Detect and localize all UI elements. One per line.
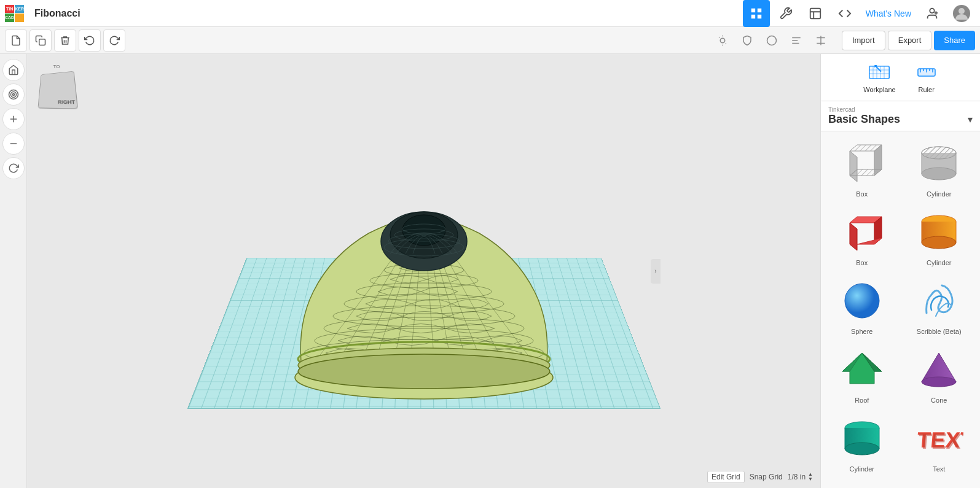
cylinder2-icon [834,414,890,463]
right-panel: Workplane Ruler Tinkercad [820,54,980,488]
ruler-icon [915,61,938,83]
zoom-in-btn[interactable] [2,108,25,130]
topbar-right: What's New [743,0,980,27]
svg-point-16 [767,36,776,45]
svg-point-75 [922,147,956,159]
panel-dropdown-arrow[interactable]: ▾ [968,114,973,125]
shape-scribble[interactable]: Scribble (Beta) [903,274,976,338]
gallery-btn[interactable] [802,0,829,27]
snap-value[interactable]: 1/8 in ▲ ▼ [788,472,813,482]
svg-point-84 [922,236,956,249]
shape-cone-label: Cone [931,397,947,404]
shape-cylinder-hole[interactable]: Cylinder [903,136,976,200]
shape-cylinder-solid[interactable]: Cylinder [903,205,976,269]
undo-button[interactable] [79,29,101,52]
panel-title-row: Basic Shapes ▾ [828,113,973,126]
tinkercad-logo[interactable]: TIN KER CAD [0,0,27,27]
workplane-tool[interactable]: Workplane [863,61,895,93]
tools-btn[interactable] [772,0,799,27]
shape-box-hole-label: Box [856,190,868,198]
export-button[interactable]: Export [888,31,932,50]
svg-point-24 [10,92,16,98]
zoom-out-btn[interactable] [2,133,25,155]
panel-collapse-handle[interactable]: › [651,259,661,284]
code-btn[interactable] [831,0,858,27]
shape-text[interactable]: TEXT TEXT Text [903,411,976,475]
workplane-icon [868,61,890,83]
svg-point-49 [298,354,550,389]
distribute-btn[interactable] [810,29,832,52]
cone-icon [911,345,966,394]
add-user-btn[interactable] [919,0,946,27]
shape-sphere-label: Sphere [851,328,872,335]
shape-roof-label: Roof [855,397,869,404]
svg-rect-4 [810,8,821,18]
shape-roof[interactable]: Roof [826,343,898,406]
svg-rect-10 [39,39,45,45]
fibonacci-model[interactable] [276,169,571,414]
panel-category: Tinkercad [828,106,973,113]
panel-title: Basic Shapes [828,113,900,126]
redo-button[interactable] [103,29,125,52]
svg-marker-77 [850,223,857,250]
3d-scene[interactable] [27,54,820,488]
shape-cylinder2[interactable]: Cylinder [826,411,898,475]
ruler-label: Ruler [919,86,935,93]
new-button[interactable] [5,29,27,52]
snap-value-text: 1/8 in [788,473,806,481]
rotate-btn[interactable] [2,157,25,179]
grid-view-btn[interactable] [743,0,770,27]
svg-point-11 [720,38,725,43]
shape-text-label: Text [933,465,945,473]
svg-line-14 [719,37,719,37]
sphere-icon [834,276,890,325]
shape-box-hole[interactable]: Box [826,136,898,200]
svg-rect-1 [758,8,761,12]
logo-bl: CAD [5,14,14,22]
roof-icon [834,345,890,394]
share-button[interactable]: Share [934,31,975,50]
edit-grid-button[interactable]: Edit Grid [707,471,745,483]
snap-down-arrow[interactable]: ▼ [808,477,813,482]
topbar: TIN KER CAD Fibonacci What's New [0,0,980,27]
shield-btn[interactable] [736,29,758,52]
panel-tools: Workplane Ruler [821,54,980,101]
user-avatar[interactable] [948,0,975,27]
ruler-tool[interactable]: Ruler [915,61,938,93]
shapes-grid: Box [821,131,980,488]
svg-point-5 [930,8,934,12]
import-button[interactable]: Import [842,31,885,50]
home-btn[interactable] [2,59,25,81]
shape-box-solid[interactable]: Box [826,205,898,269]
project-name[interactable]: Fibonacci [34,8,80,19]
svg-rect-0 [751,8,755,12]
cylinder-hole-icon [911,139,966,188]
box-hole-icon [834,139,890,188]
svg-point-25 [12,94,14,96]
whats-new-button[interactable]: What's New [861,0,916,27]
snap-arrows[interactable]: ▲ ▼ [808,472,813,482]
toolbar-right: Import Export Share [711,29,975,52]
box-solid-icon [834,207,890,257]
panel-header: Tinkercad Basic Shapes ▾ [821,101,980,131]
viewport[interactable]: TO RIGHT [27,54,820,488]
svg-marker-66 [850,151,857,182]
circle-btn[interactable] [761,29,783,52]
svg-rect-51 [869,66,889,79]
svg-rect-3 [758,14,761,18]
svg-point-85 [845,284,879,318]
text-shape-icon: TEXT TEXT [911,414,966,463]
copy-button[interactable] [29,29,52,52]
light-btn[interactable] [711,29,734,52]
align-left-btn[interactable] [785,29,807,52]
shape-box-solid-label: Box [856,259,868,266]
delete-button[interactable] [54,29,76,52]
svg-text:TEXT: TEXT [917,428,963,454]
snap-grid-controls: Edit Grid Snap Grid 1/8 in ▲ ▼ [707,471,813,483]
shape-cone[interactable]: Cone [903,343,976,406]
shape-cylinder-solid-label: Cylinder [927,259,951,266]
svg-rect-2 [751,14,755,18]
shape-sphere[interactable]: Sphere [826,274,898,338]
cylinder-solid-icon [911,207,966,257]
target-btn[interactable] [2,83,25,106]
